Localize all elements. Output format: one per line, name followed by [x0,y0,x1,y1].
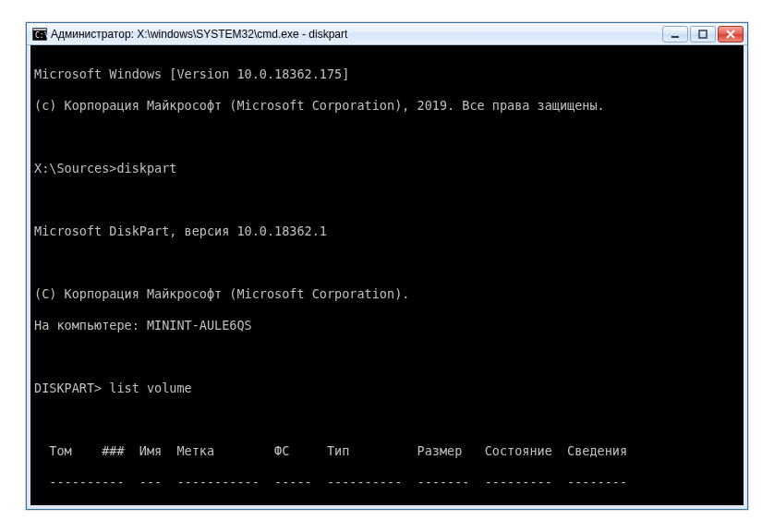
cmd-window: C:\ Администратор: X:\windows\SYSTEM32\c… [26,22,748,510]
console-line: Microsoft DiskPart, версия 10.0.18362.1 [34,224,740,239]
window-controls [662,26,744,42]
console-line: На компьютере: MININT-AULE6QS [34,318,740,333]
titlebar[interactable]: C:\ Администратор: X:\windows\SYSTEM32\c… [27,23,747,45]
window-title: Администратор: X:\windows\SYSTEM32\cmd.e… [51,28,662,41]
svg-text:C:\: C:\ [35,31,47,40]
cmd-icon: C:\ [32,28,47,41]
console-line: ---------- --- ----------- ----- -------… [34,475,740,490]
console-line [34,349,740,365]
console-line [34,192,740,208]
maximize-button[interactable] [690,26,716,42]
console-line: DISKPART> list volume [34,381,740,396]
svg-rect-1 [33,29,46,30]
svg-rect-3 [671,36,679,38]
console-output[interactable]: Microsoft Windows [Version 10.0.18362.17… [30,45,744,505]
console-line: (c) Корпорация Майкрософт (Microsoft Cor… [34,98,740,114]
console-line: X:\Sources>diskpart [34,161,740,176]
minimize-button[interactable] [662,26,688,42]
console-line: (C) Корпорация Майкрософт (Microsoft Cor… [34,286,740,302]
console-line: Том ### Имя Метка ФС Тип Размер Состояни… [34,443,740,459]
console-line [34,129,740,145]
console-line [34,412,740,428]
console-line [34,255,740,271]
close-button[interactable] [718,26,744,42]
console-line: Microsoft Windows [Version 10.0.18362.17… [34,66,740,82]
svg-rect-4 [699,30,707,38]
